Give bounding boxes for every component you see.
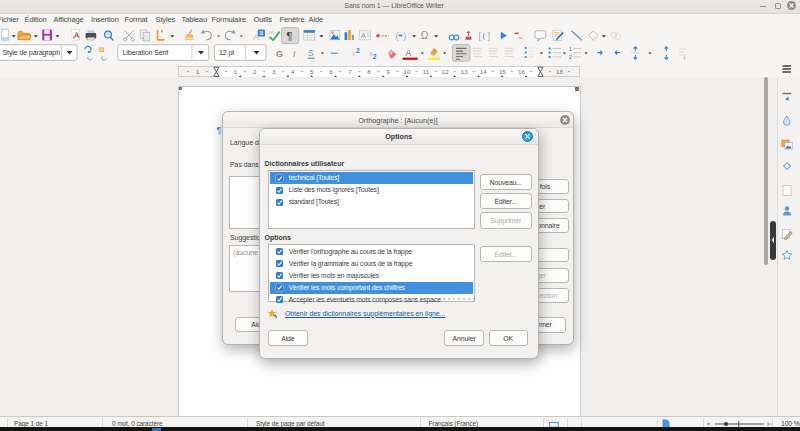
svg-text:10: 10 — [404, 68, 411, 75]
svg-text:Liberation Serif: Liberation Serif — [123, 48, 169, 57]
svg-text:16: 16 — [518, 68, 525, 75]
svg-text:Ω: Ω — [421, 29, 429, 41]
svg-text:18: 18 — [556, 68, 563, 75]
svg-text:A: A — [361, 31, 366, 40]
svg-text:1: 1 — [569, 46, 572, 52]
svg-text:[: [ — [478, 31, 481, 41]
svg-text:4: 4 — [291, 68, 295, 75]
svg-text:5: 5 — [310, 68, 314, 75]
svg-text:14: 14 — [480, 68, 487, 75]
svg-text:2: 2 — [253, 68, 257, 75]
svg-text:(: ( — [482, 31, 485, 40]
svg-text:6: 6 — [329, 68, 333, 75]
svg-text:9: 9 — [386, 68, 390, 75]
svg-text:]: ] — [487, 31, 490, 41]
svg-text:15: 15 — [499, 68, 506, 75]
svg-text:12: 12 — [442, 68, 449, 75]
svg-text:S: S — [308, 48, 314, 58]
svg-text:G: G — [276, 49, 283, 59]
svg-text:ab: ab — [268, 29, 275, 35]
svg-text:A: A — [406, 48, 412, 58]
svg-text:7: 7 — [348, 68, 352, 75]
svg-text:(: ( — [396, 31, 399, 41]
svg-text:): ) — [403, 31, 406, 41]
svg-text:1: 1 — [196, 68, 200, 75]
svg-text:11: 11 — [423, 68, 430, 75]
svg-text:Style de paragraph: Style de paragraph — [3, 48, 61, 57]
svg-text:a: a — [260, 29, 264, 36]
svg-text:2: 2 — [569, 54, 572, 60]
svg-text:2: 2 — [373, 53, 377, 60]
svg-text:8: 8 — [367, 68, 371, 75]
svg-text:2: 2 — [356, 47, 360, 54]
svg-text:I: I — [293, 49, 296, 59]
svg-text:3: 3 — [272, 68, 276, 75]
svg-text:1: 1 — [234, 68, 238, 75]
svg-text:13: 13 — [461, 68, 468, 75]
svg-text:¶: ¶ — [286, 30, 292, 42]
svg-text:12 pt: 12 pt — [219, 48, 234, 57]
